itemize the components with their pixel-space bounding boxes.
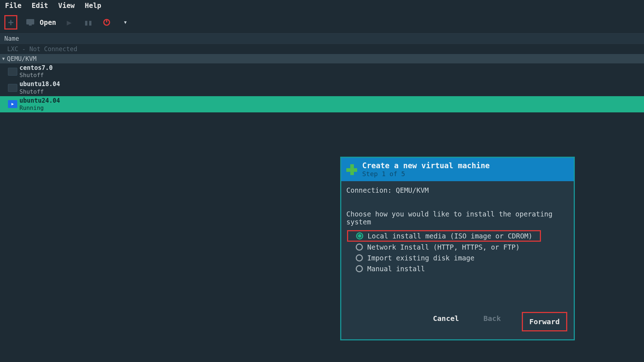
- svg-rect-1: [29, 24, 32, 26]
- forward-button[interactable]: Forward: [522, 312, 567, 331]
- menu-bar: File Edit View Help: [0, 0, 644, 13]
- vm-status: Shutoff: [19, 88, 60, 95]
- dropdown-icon[interactable]: ▼: [120, 17, 131, 28]
- vm-tree: LXC - Not Connected ▼ QEMU/KVM centos7.0…: [0, 44, 644, 112]
- dialog-title: Create a new virtual machine: [362, 161, 490, 170]
- dialog-header: Create a new virtual machine Step 1 of 5: [341, 158, 574, 181]
- radio-icon: [356, 265, 363, 272]
- install-option[interactable]: Network Install (HTTP, HTTPS, or FTP): [346, 242, 569, 252]
- radio-icon: [356, 254, 363, 262]
- install-option-label: Manual install: [367, 265, 425, 273]
- vm-row[interactable]: ubuntu24.04Running: [0, 96, 644, 112]
- vm-name: centos7.0: [19, 64, 53, 72]
- vm-off-icon: [8, 68, 17, 76]
- install-option-label: Local install media (ISO image or CDROM): [368, 232, 533, 240]
- install-option[interactable]: Manual install: [346, 263, 569, 274]
- menu-help[interactable]: Help: [85, 1, 101, 9]
- pause-icon[interactable]: ▮▮: [82, 17, 94, 28]
- play-icon[interactable]: ▶: [63, 17, 75, 28]
- vm-status: Shutoff: [19, 72, 53, 79]
- menu-file[interactable]: File: [5, 1, 22, 9]
- new-vm-button[interactable]: +: [4, 15, 17, 30]
- dialog-footer: Cancel Back Forward: [341, 312, 574, 339]
- cancel-button[interactable]: Cancel: [429, 312, 462, 331]
- power-icon[interactable]: [101, 17, 112, 28]
- menu-view[interactable]: View: [58, 1, 75, 9]
- new-vm-dialog: Create a new virtual machine Step 1 of 5…: [340, 157, 575, 340]
- radio-icon: [356, 232, 363, 240]
- install-option[interactable]: Import existing disk image: [346, 252, 569, 263]
- install-option-label: Network Install (HTTP, HTTPS, or FTP): [367, 243, 520, 251]
- dialog-step: Step 1 of 5: [362, 170, 490, 178]
- vm-row[interactable]: ubuntu18.04Shutoff: [0, 80, 644, 96]
- radio-icon: [356, 243, 363, 251]
- open-button[interactable]: Open: [40, 18, 56, 26]
- choose-prompt: Choose how you would like to install the…: [346, 210, 569, 226]
- toolbar: + Open ▶ ▮▮ ▼: [0, 13, 644, 33]
- connection-lxc[interactable]: LXC - Not Connected: [0, 44, 644, 54]
- vm-name: ubuntu24.04: [19, 97, 60, 104]
- menu-edit[interactable]: Edit: [32, 1, 48, 9]
- vm-status: Running: [19, 104, 60, 112]
- connection-line: Connection: QEMU/KVM: [346, 186, 569, 194]
- column-header-name[interactable]: Name: [0, 33, 644, 44]
- vm-running-icon: [8, 100, 17, 108]
- connection-qemu-kvm[interactable]: ▼ QEMU/KVM: [0, 54, 644, 63]
- console-icon[interactable]: [25, 17, 36, 28]
- vm-name: ubuntu18.04: [19, 80, 60, 88]
- back-button[interactable]: Back: [480, 312, 505, 331]
- install-option-label: Import existing disk image: [367, 254, 474, 262]
- vm-row[interactable]: centos7.0Shutoff: [0, 63, 644, 80]
- plus-icon: [346, 164, 357, 175]
- svg-rect-0: [26, 19, 34, 24]
- install-option[interactable]: Local install media (ISO image or CDROM): [347, 230, 541, 242]
- chevron-down-icon: ▼: [2, 56, 5, 61]
- connection-label: QEMU/KVM: [7, 55, 36, 62]
- vm-off-icon: [8, 84, 17, 92]
